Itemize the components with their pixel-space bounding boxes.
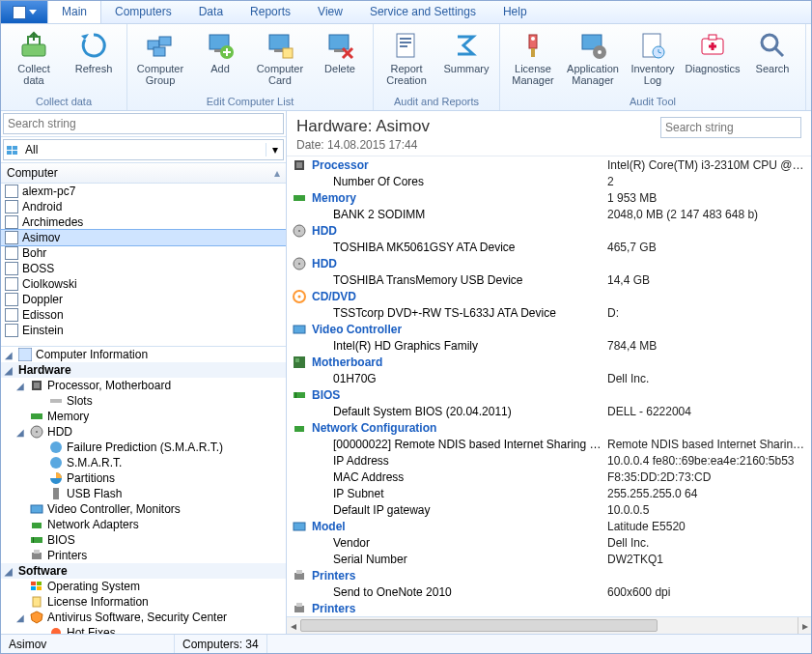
tree-item[interactable]: Memory <box>1 409 286 424</box>
menu-tab-service-and-settings[interactable]: Service and Settings <box>356 1 490 23</box>
appmgr-icon <box>577 30 608 61</box>
scroll-left-icon[interactable]: ◂ <box>287 617 300 634</box>
computer-row[interactable]: alexm-pc7 <box>1 184 286 199</box>
computer-row[interactable]: Einstein <box>1 323 286 338</box>
refresh-button[interactable]: Refresh <box>65 26 123 94</box>
chevron-down-icon[interactable]: ▾ <box>266 143 283 156</box>
tree-item[interactable]: Partitions <box>1 470 286 486</box>
tree-category[interactable]: ◢Software <box>1 563 286 579</box>
computer-row[interactable]: Edisson <box>1 307 286 323</box>
scroll-right-icon[interactable]: ▸ <box>798 617 811 634</box>
tree-item[interactable]: S.M.A.R.T. <box>1 455 286 470</box>
horizontal-scrollbar[interactable]: ◂ ▸ <box>287 616 811 634</box>
detail-section[interactable]: Motherboard <box>287 354 811 370</box>
detail-section[interactable]: HDD <box>287 222 811 239</box>
tree-item[interactable]: Failure Prediction (S.M.A.R.T.) <box>1 440 286 455</box>
tree-expander-icon[interactable]: ◢ <box>14 427 26 438</box>
refresh-icon <box>78 30 109 61</box>
detail-label: TOSHIBA MK5061GSY ATA Device <box>312 241 602 254</box>
menu-tab-main[interactable]: Main <box>47 1 101 23</box>
menu-tab-help[interactable]: Help <box>490 1 541 23</box>
computer-row[interactable]: BOSS <box>1 261 286 276</box>
tree-item[interactable]: Network Adapters <box>1 517 286 532</box>
tree-expander-icon[interactable]: ◢ <box>3 350 14 360</box>
tree-category[interactable]: ◢Hardware <box>1 362 286 378</box>
computer-row[interactable]: Archimedes <box>1 214 286 230</box>
net-icon <box>30 518 43 531</box>
computer-row[interactable]: Doppler <box>1 292 286 307</box>
computer-row[interactable]: Bohr <box>1 245 286 261</box>
computer-row[interactable]: Ciolkowski <box>1 276 286 292</box>
tree-expander-icon[interactable]: ◢ <box>3 566 14 577</box>
computer-card-button[interactable]: Computer Card <box>251 26 309 94</box>
summary-button[interactable]: Summary <box>437 26 495 94</box>
tree-item[interactable]: Printers <box>1 548 286 563</box>
computer-row[interactable]: Android <box>1 199 286 214</box>
right-search-input[interactable] <box>660 117 801 138</box>
tree-item[interactable]: USB Flash <box>1 486 286 501</box>
detail-section[interactable]: Printers <box>287 600 811 616</box>
tree-item[interactable]: BIOS <box>1 532 286 548</box>
detail-row[interactable]: Default IP gateway10.0.0.5 <box>287 501 811 518</box>
detail-section[interactable]: Network Configuration <box>287 419 811 436</box>
scroll-thumb[interactable] <box>300 619 658 632</box>
detail-section[interactable]: ModelLatitude E5520 <box>287 518 811 534</box>
menu-tab-data[interactable]: Data <box>185 1 237 23</box>
detail-section[interactable]: Printers <box>287 567 811 583</box>
tree-expander-icon[interactable]: ◢ <box>3 365 14 376</box>
tree-item[interactable]: Hot Fixes <box>1 625 286 634</box>
detail-row[interactable]: 01H70GDell Inc. <box>287 370 811 386</box>
detail-row[interactable]: VendorDell Inc. <box>287 534 811 551</box>
detail-row[interactable]: Send to OneNote 2010600x600 dpi <box>287 583 811 600</box>
computer-row[interactable]: Asimov <box>1 230 286 245</box>
report-creation-button[interactable]: Report Creation <box>378 26 435 94</box>
detail-row[interactable]: TOSHIBA TransMemory USB Device14,4 GB <box>287 271 811 288</box>
tree-item[interactable]: Slots <box>1 393 286 409</box>
detail-row[interactable]: TSSTcorp DVD+-RW TS-L633J ATA DeviceD: <box>287 304 811 321</box>
status-bar: Asimov Computers: 34 <box>1 634 811 653</box>
tree-item[interactable]: License Information <box>1 594 286 610</box>
menu-tab-view[interactable]: View <box>304 1 356 23</box>
detail-row[interactable]: [00000022] Remote NDIS based Internet Sh… <box>287 436 811 452</box>
detail-section[interactable]: HDD <box>287 255 811 271</box>
menu-tab-reports[interactable]: Reports <box>237 1 304 23</box>
license-manager-button[interactable]: License Manager <box>504 26 562 94</box>
detail-section[interactable]: Memory1 953 MB <box>287 189 811 206</box>
computer-list-header[interactable]: Computer ▴ <box>1 163 286 184</box>
computer-group-button[interactable]: Computer Group <box>131 26 189 94</box>
menu-tab-computers[interactable]: Computers <box>101 1 185 23</box>
application-manager-button[interactable]: Application Manager <box>564 26 622 94</box>
tree-expander-icon[interactable]: ◢ <box>14 612 26 623</box>
tree-item[interactable]: Video Controller, Monitors <box>1 501 286 517</box>
tree-item[interactable]: ◢Antivirus Software, Security Center <box>1 610 286 625</box>
app-menu-button[interactable] <box>1 1 47 23</box>
inventory-log-button[interactable]: Inventory Log <box>624 26 682 94</box>
left-search-input[interactable] <box>3 113 284 134</box>
detail-section[interactable]: CD/DVD <box>287 288 811 304</box>
detail-row[interactable]: Serial NumberDW2TKQ1 <box>287 551 811 567</box>
detail-row[interactable]: Default System BIOS (20.04.2011)DELL - 6… <box>287 403 811 419</box>
info-icon <box>18 348 32 361</box>
detail-row[interactable]: BANK 2 SODIMM2048,0 MB (2 147 483 648 b) <box>287 206 811 222</box>
detail-row[interactable]: Intel(R) HD Graphics Family784,4 MB <box>287 337 811 354</box>
tree-item[interactable]: ◢Computer Information <box>1 347 286 362</box>
detail-row[interactable]: IP Subnet255.255.255.0 64 <box>287 485 811 501</box>
collect-data-button[interactable]: Collect data <box>5 26 63 94</box>
add-button[interactable]: Add <box>191 26 249 94</box>
diagnostics-button[interactable]: Diagnostics <box>684 26 742 94</box>
svg-rect-71 <box>294 606 304 612</box>
detail-section[interactable]: BIOS <box>287 386 811 403</box>
tree-item[interactable]: ◢HDD <box>1 424 286 440</box>
detail-section[interactable]: ProcessorIntel(R) Core(TM) i3-2310M CPU … <box>287 156 811 173</box>
search-button[interactable]: Search <box>743 26 801 94</box>
filter-combo[interactable]: All ▾ <box>3 139 284 160</box>
detail-row[interactable]: Number Of Cores2 <box>287 173 811 189</box>
detail-row[interactable]: TOSHIBA MK5061GSY ATA Device465,7 GB <box>287 239 811 255</box>
tree-item[interactable]: Operating System <box>1 579 286 594</box>
detail-row[interactable]: MAC AddressF8:35:DD:2D:73:CD <box>287 469 811 485</box>
tree-item[interactable]: ◢Processor, Motherboard <box>1 378 286 393</box>
delete-button[interactable]: Delete <box>311 26 369 94</box>
tree-expander-icon[interactable]: ◢ <box>14 381 26 391</box>
detail-section[interactable]: Video Controller <box>287 321 811 337</box>
detail-row[interactable]: IP Address10.0.0.4 fe80::69be:ea4e:2160:… <box>287 452 811 469</box>
